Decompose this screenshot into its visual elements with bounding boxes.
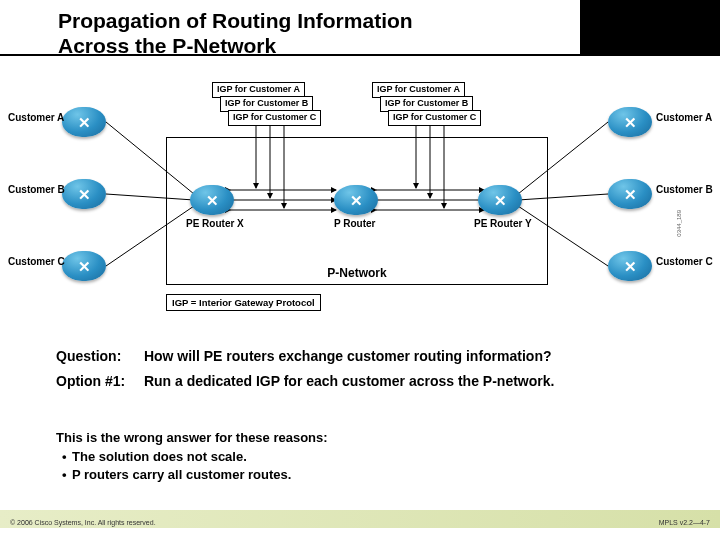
option-row: Option #1: Run a dedicated IGP for each … [56,373,554,389]
router-customer-a-right: ✕ Customer A [608,100,652,144]
footer-slide-ref: MPLS v2.2—4-7 [659,519,710,526]
slide-title: Propagation of Routing Information Acros… [58,8,413,58]
router-icon: ✕ [624,262,637,271]
title-line-1: Propagation of Routing Information [58,9,413,32]
router-label: Customer C [656,256,713,267]
router-label: Customer B [656,184,713,195]
question-row: Question: How will PE routers exchange c… [56,348,552,364]
option-label: Option #1: [56,373,140,389]
router-label: Customer B [8,184,65,195]
igp-label: IGP for Customer C [233,112,316,122]
router-pe-x: ✕ PE Router X [190,178,234,222]
router-customer-c-left: ✕ Customer C [62,244,106,288]
router-icon: ✕ [78,118,91,127]
igp-box-left-c: IGP for Customer C [228,110,321,126]
router-icon: ✕ [624,190,637,199]
igp-label: IGP for Customer B [225,98,308,108]
option-text: Run a dedicated IGP for each customer ac… [144,373,555,389]
router-label: Customer A [656,112,712,123]
router-label: Customer A [8,112,64,123]
router-label: P Router [334,218,376,229]
question-label: Question: [56,348,140,364]
wrong-heading: This is the wrong answer for these reaso… [56,430,328,445]
igp-label: IGP for Customer A [217,84,300,94]
footer-copyright: © 2006 Cisco Systems, Inc. All rights re… [10,519,156,526]
igp-label: IGP for Customer C [393,112,476,122]
router-customer-b-right: ✕ Customer B [608,172,652,216]
side-code: 0344_189 [676,210,682,237]
igp-label: IGP for Customer A [377,84,460,94]
igp-label: IGP for Customer B [385,98,468,108]
wrong-reasons-list: The solution does not scale. P routers c… [56,448,328,483]
router-icon: ✕ [350,196,363,205]
router-customer-a-left: ✕ Customer A [62,100,106,144]
router-icon: ✕ [494,196,507,205]
header-black-block [580,0,720,54]
router-icon: ✕ [78,262,91,271]
wrong-reason: The solution does not scale. [56,448,328,466]
router-icon: ✕ [78,190,91,199]
router-label: PE Router X [186,218,244,229]
router-icon: ✕ [206,196,219,205]
router-label: PE Router Y [474,218,532,229]
router-p: ✕ P Router [334,178,378,222]
p-network-label: P-Network [167,266,547,280]
glossary-box: IGP = Interior Gateway Protocol [166,294,321,311]
router-customer-c-right: ✕ Customer C [608,244,652,288]
network-diagram: P-Network IGP for Customer A IGP for Cus… [56,82,656,322]
question-text: How will PE routers exchange customer ro… [144,348,552,364]
router-pe-y: ✕ PE Router Y [478,178,522,222]
header-divider [0,54,720,56]
slide-header: Propagation of Routing Information Acros… [0,0,720,75]
wrong-reason: P routers carry all customer routes. [56,466,328,484]
router-label: Customer C [8,256,65,267]
igp-box-right-c: IGP for Customer C [388,110,481,126]
router-icon: ✕ [624,118,637,127]
router-customer-b-left: ✕ Customer B [62,172,106,216]
wrong-answer-block: This is the wrong answer for these reaso… [56,430,328,483]
